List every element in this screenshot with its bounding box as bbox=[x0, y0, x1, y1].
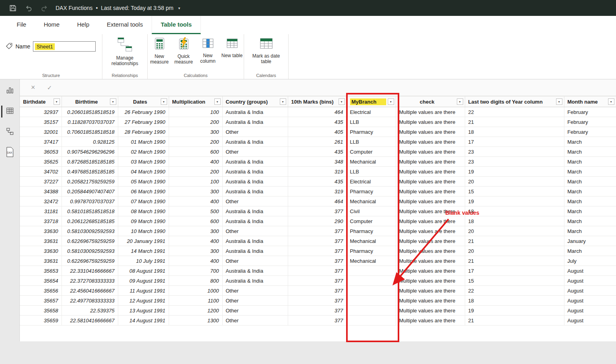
table-cell[interactable]: 18 bbox=[465, 296, 564, 306]
table-cell[interactable]: 34388 bbox=[20, 187, 62, 196]
cancel-icon[interactable]: × bbox=[31, 83, 35, 92]
table-cell[interactable]: 23 bbox=[465, 157, 564, 167]
table-cell[interactable]: March bbox=[564, 177, 616, 187]
table-cell[interactable]: August bbox=[564, 266, 616, 276]
table-cell[interactable]: Other bbox=[222, 286, 288, 296]
new-measure-button[interactable]: New measure bbox=[148, 34, 171, 65]
table-cell[interactable]: 33630 bbox=[20, 246, 62, 256]
column-header[interactable]: 10th Marks (bins)▾ bbox=[288, 96, 346, 107]
table-cell[interactable]: 600 bbox=[169, 216, 222, 226]
table-cell[interactable]: 33631 bbox=[20, 236, 62, 246]
table-cell[interactable]: 400 bbox=[169, 196, 222, 206]
table-cell[interactable]: 32001 bbox=[20, 127, 62, 137]
table-cell[interactable]: 31181 bbox=[20, 206, 62, 216]
table-cell[interactable]: 1200 bbox=[169, 306, 222, 316]
table-cell[interactable]: 13 August 1991 bbox=[118, 306, 169, 316]
table-cell[interactable]: August bbox=[564, 306, 616, 316]
table-cell[interactable]: 15 bbox=[465, 187, 564, 196]
table-cell[interactable]: Multiple values are there bbox=[396, 177, 465, 187]
table-cell[interactable]: Multiple values are there bbox=[396, 187, 465, 196]
table-cell[interactable]: February bbox=[564, 107, 616, 117]
table-row[interactable]: 356250.87268518518518503 March 1990400Au… bbox=[20, 157, 616, 167]
table-cell[interactable]: 0.907546296296296 bbox=[62, 147, 118, 157]
table-cell[interactable]: 200 bbox=[169, 117, 222, 127]
table-cell[interactable]: 319 bbox=[288, 167, 346, 177]
table-cell[interactable]: LLB bbox=[346, 137, 396, 147]
table-cell[interactable] bbox=[346, 276, 396, 286]
column-header[interactable]: Dates▾ bbox=[118, 96, 169, 107]
table-cell[interactable]: 400 bbox=[169, 256, 222, 266]
table-cell[interactable]: 35654 bbox=[20, 276, 62, 286]
filter-dropdown-button[interactable]: ▾ bbox=[608, 98, 614, 105]
table-cell[interactable]: 0.205821759259259 bbox=[62, 177, 118, 187]
table-cell[interactable]: 300 bbox=[169, 246, 222, 256]
filter-dropdown-button[interactable]: ▾ bbox=[556, 98, 562, 105]
table-cell[interactable]: Australia & India bbox=[222, 137, 288, 147]
table-cell[interactable]: 18 bbox=[465, 206, 564, 216]
table-cell[interactable]: 02 March 1990 bbox=[118, 147, 169, 157]
table-cell[interactable]: 0.118287037037037 bbox=[62, 117, 118, 127]
dax-query-view-button[interactable]: DAX bbox=[1, 145, 19, 160]
table-cell[interactable]: 23 bbox=[465, 147, 564, 157]
table-cell[interactable]: 20 January 1991 bbox=[118, 236, 169, 246]
table-row[interactable]: 320010.70601851851851828 February 199030… bbox=[20, 127, 616, 137]
table-cell[interactable]: 14 March 1991 bbox=[118, 246, 169, 256]
table-cell[interactable]: 34702 bbox=[20, 167, 62, 177]
table-cell[interactable]: 22.539375 bbox=[62, 306, 118, 316]
tab-file[interactable]: File bbox=[8, 16, 35, 34]
table-cell[interactable]: 405 bbox=[288, 127, 346, 137]
table-cell[interactable]: 18 bbox=[465, 127, 564, 137]
table-cell[interactable]: Multiple values are there bbox=[396, 216, 465, 226]
table-cell[interactable]: 0.206122685185185 bbox=[62, 216, 118, 226]
table-cell[interactable]: Australia & India bbox=[222, 206, 288, 216]
new-table-button[interactable]: New table bbox=[221, 34, 243, 65]
table-cell[interactable]: 377 bbox=[288, 256, 346, 266]
table-cell[interactable]: 08 March 1990 bbox=[118, 206, 169, 216]
table-cell[interactable]: 22 bbox=[465, 286, 564, 296]
table-cell[interactable]: August bbox=[564, 286, 616, 296]
model-view-button[interactable] bbox=[1, 125, 19, 140]
table-cell[interactable]: Other bbox=[222, 316, 288, 325]
table-row[interactable]: 3565422.372708333333309 August 1991800Au… bbox=[20, 276, 616, 286]
table-cell[interactable]: 10 March 1990 bbox=[118, 226, 169, 236]
table-cell[interactable]: 09 August 1991 bbox=[118, 276, 169, 286]
manage-relationships-button[interactable]: Manage relationships bbox=[105, 34, 145, 66]
table-cell[interactable]: 36053 bbox=[20, 147, 62, 157]
table-cell[interactable] bbox=[346, 286, 396, 296]
table-cell[interactable]: 800 bbox=[169, 276, 222, 286]
table-cell[interactable]: Multiple values are there bbox=[396, 206, 465, 216]
table-cell[interactable]: Multiple values are there bbox=[396, 256, 465, 266]
column-header[interactable]: Multiplication▾ bbox=[169, 96, 222, 107]
table-cell[interactable]: Australia & India bbox=[222, 246, 288, 256]
filter-dropdown-button[interactable]: ▾ bbox=[214, 98, 221, 105]
tab-home[interactable]: Home bbox=[35, 16, 68, 34]
table-row[interactable]: 3565722.497708333333312 August 19911100O… bbox=[20, 296, 616, 306]
data-view-button[interactable] bbox=[1, 104, 19, 119]
table-cell[interactable]: 32472 bbox=[20, 196, 62, 206]
table-cell[interactable]: 0.206018518518519 bbox=[62, 107, 118, 117]
table-cell[interactable]: Other bbox=[222, 226, 288, 236]
table-cell[interactable]: Multiple values are there bbox=[396, 137, 465, 147]
table-cell[interactable]: 35657 bbox=[20, 296, 62, 306]
table-cell[interactable]: Other bbox=[222, 256, 288, 266]
table-row[interactable]: 336310.62269675925925920 January 1991400… bbox=[20, 236, 616, 246]
table-row[interactable]: 3565622.456041666666711 August 19911000O… bbox=[20, 286, 616, 296]
table-cell[interactable]: 0.872685185185185 bbox=[62, 157, 118, 167]
table-cell[interactable]: Multiple values are there bbox=[396, 127, 465, 137]
table-cell[interactable]: 400 bbox=[169, 236, 222, 246]
table-cell[interactable]: 435 bbox=[288, 117, 346, 127]
table-row[interactable]: 374170.92812501 March 1990200Australia &… bbox=[20, 137, 616, 147]
table-cell[interactable]: 377 bbox=[288, 306, 346, 316]
table-cell[interactable]: March bbox=[564, 216, 616, 226]
table-cell[interactable]: 435 bbox=[288, 177, 346, 187]
table-cell[interactable]: Australia & India bbox=[222, 107, 288, 117]
table-cell[interactable]: 33718 bbox=[20, 216, 62, 226]
table-cell[interactable]: 21 bbox=[465, 256, 564, 266]
table-cell[interactable]: 0.497685185185185 bbox=[62, 167, 118, 177]
table-cell[interactable]: Multiple values are there bbox=[396, 226, 465, 236]
table-cell[interactable]: Mechanical bbox=[346, 236, 396, 246]
table-cell[interactable]: 0.706018518518518 bbox=[62, 127, 118, 137]
save-icon[interactable] bbox=[8, 3, 17, 13]
table-row[interactable]: 351570.11828703703703727 February 199020… bbox=[20, 117, 616, 127]
table-row[interactable]: 336300.58103009259259314 March 1991300Au… bbox=[20, 246, 616, 256]
